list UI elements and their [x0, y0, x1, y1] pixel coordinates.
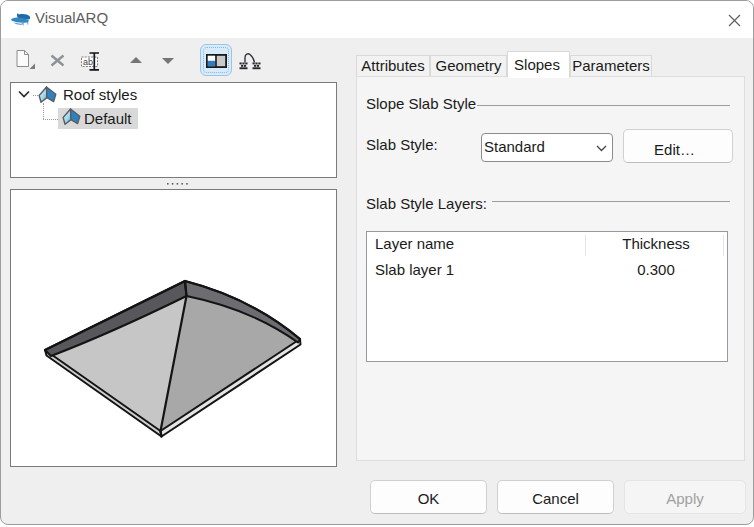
- svg-text:ab: ab: [83, 57, 93, 67]
